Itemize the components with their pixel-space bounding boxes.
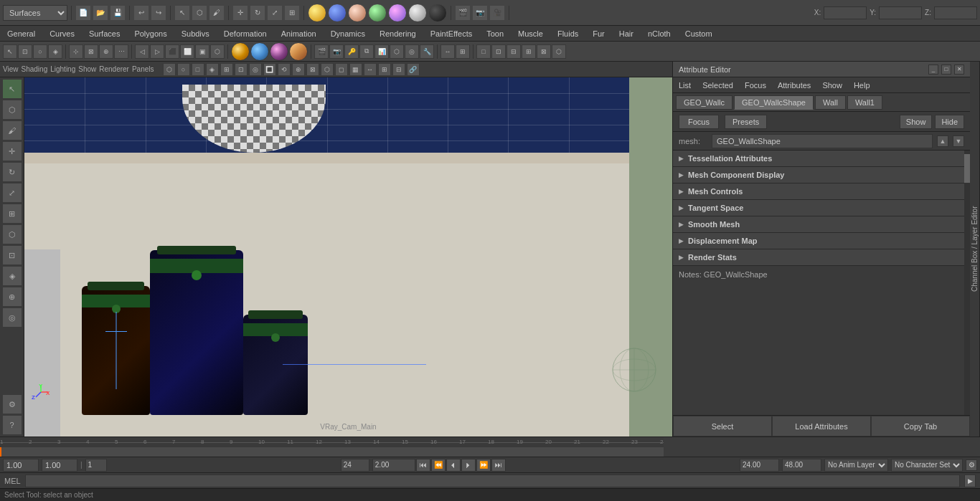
component-icon[interactable]: ◈ — [48, 44, 62, 59]
menu-ncloth[interactable]: nCloth — [641, 26, 678, 42]
vp-icon2[interactable]: ○ — [177, 63, 190, 76]
attr-tab-0[interactable]: GEO_Wallc — [676, 95, 732, 110]
z-input[interactable] — [934, 6, 977, 19]
snap1-icon[interactable]: ⊹ — [69, 44, 83, 59]
y-input[interactable] — [879, 6, 922, 19]
menu-painteffects[interactable]: PaintEffects — [423, 26, 480, 42]
tool7[interactable]: ⊞ — [2, 204, 22, 224]
attr-menu-list[interactable]: List — [673, 80, 697, 91]
frame-start-input[interactable] — [3, 459, 39, 472]
scale-icon[interactable]: ⤢ — [267, 5, 283, 21]
menu-curves[interactable]: Curves — [42, 26, 82, 42]
new-icon[interactable]: 📄 — [75, 5, 91, 21]
attr-menu-selected[interactable]: Selected — [697, 80, 739, 91]
vp-icon18[interactable]: 🔗 — [407, 63, 420, 76]
extra2-icon[interactable]: 📷 — [329, 44, 344, 59]
move-tool[interactable]: ✛ — [2, 141, 22, 161]
redo-icon[interactable]: ↪ — [151, 5, 166, 21]
object-mode-icon[interactable]: ○ — [33, 44, 47, 59]
move-icon[interactable]: ✛ — [232, 5, 248, 21]
tool11[interactable]: ⊕ — [2, 287, 22, 307]
vp-icon10[interactable]: ⊕ — [292, 63, 305, 76]
attr-tab-2[interactable]: Wall — [815, 95, 846, 110]
attr-section-render-stats-header[interactable]: ▶ Render Stats — [673, 249, 970, 265]
vp-icon5[interactable]: ⊞ — [220, 63, 233, 76]
hierarchy-icon[interactable]: ⊡ — [18, 44, 32, 59]
vp-icon15[interactable]: ↔ — [364, 63, 377, 76]
attr-menu-show[interactable]: Show — [816, 80, 848, 91]
view-menu[interactable]: View — [3, 65, 19, 73]
tool9[interactable]: ⊡ — [2, 245, 22, 265]
attr-min-btn[interactable]: _ — [928, 65, 938, 75]
show-button[interactable]: Show — [900, 115, 933, 129]
surfaces-dropdown[interactable]: Surfaces — [3, 5, 67, 21]
attr-scroll-area[interactable]: ▶ Tessellation Attributes ▶ Mesh Compone… — [673, 151, 970, 415]
cam3-icon[interactable]: 🎥 — [489, 5, 505, 21]
vp-icon7[interactable]: ◎ — [249, 63, 262, 76]
load-attributes-button[interactable]: Load Attributes — [772, 416, 871, 436]
menu-general[interactable]: General — [0, 26, 42, 42]
frame-current-input[interactable] — [42, 459, 77, 472]
vp-icon8[interactable]: 🔳 — [263, 63, 276, 76]
view3-icon[interactable]: ⊟ — [507, 44, 521, 59]
menu-subdivs[interactable]: Subdivs — [174, 26, 217, 42]
rotate-icon[interactable]: ↻ — [250, 5, 265, 21]
select-mode-icon[interactable]: ↖ — [3, 44, 17, 59]
attr-section-tangent-header[interactable]: ▶ Tangent Space — [673, 200, 970, 216]
render6-icon[interactable]: ⬡ — [210, 44, 225, 59]
menu-toon[interactable]: Toon — [479, 26, 511, 42]
menu-deformation[interactable]: Deformation — [217, 26, 274, 42]
extra1-icon[interactable]: 🎬 — [314, 44, 329, 59]
menu-polygons[interactable]: Polygons — [127, 26, 174, 42]
attr-section-smooth-header[interactable]: ▶ Smooth Mesh — [673, 216, 970, 232]
tool12[interactable]: ◎ — [2, 307, 22, 328]
sphere5-icon[interactable] — [388, 4, 407, 22]
scroll-track[interactable] — [964, 151, 970, 415]
snap2-icon[interactable]: ⊠ — [84, 44, 98, 59]
show-menu[interactable]: Show — [78, 65, 96, 73]
play-fwd-btn[interactable]: ⏩ — [476, 459, 491, 472]
select-tool[interactable]: ↖ — [2, 79, 22, 99]
layout4-icon[interactable] — [289, 42, 308, 61]
render5-icon[interactable]: ▣ — [195, 44, 209, 59]
menu-hair[interactable]: Hair — [612, 26, 641, 42]
attr-max-btn[interactable]: □ — [941, 65, 951, 75]
renderer-menu[interactable]: Renderer — [99, 65, 129, 73]
extra6-icon[interactable]: ⬡ — [390, 44, 404, 59]
timeline-ruler[interactable]: 1 2 3 4 5 6 7 8 9 10 11 12 13 14 15 16 1… — [0, 437, 664, 457]
vp-icon16[interactable]: ⊞ — [378, 63, 391, 76]
rotate-tool[interactable]: ↻ — [2, 162, 22, 182]
play-back-btn[interactable]: ⏪ — [431, 459, 446, 472]
attr-tab-3[interactable]: Wall1 — [847, 95, 882, 110]
transform-icon[interactable]: ⊞ — [284, 5, 300, 21]
play-end-btn[interactable]: ⏭ — [491, 459, 506, 472]
extra5-icon[interactable]: 📊 — [374, 44, 389, 59]
settings-tool[interactable]: ⚙ — [2, 394, 22, 414]
timeline-track[interactable] — [0, 447, 664, 457]
cam1-icon[interactable]: 🎬 — [455, 5, 471, 21]
presets-button[interactable]: Presets — [725, 115, 767, 129]
view6-icon[interactable]: ⬡ — [552, 44, 566, 59]
render4-icon[interactable]: ⬜ — [180, 44, 194, 59]
hide-button[interactable]: Hide — [935, 115, 964, 129]
extra8-icon[interactable]: 🔧 — [420, 44, 434, 59]
menu-muscle[interactable]: Muscle — [511, 26, 550, 42]
paint-tool[interactable]: 🖌 — [2, 120, 22, 140]
extra3-icon[interactable]: 🔑 — [344, 44, 359, 59]
extra7-icon[interactable]: ◎ — [405, 44, 419, 59]
anim-layer-select[interactable]: No Anim Layer — [824, 459, 888, 472]
step-back-btn[interactable]: ⏴ — [446, 459, 461, 472]
cam2-icon[interactable]: 📷 — [472, 5, 488, 21]
menu-custom[interactable]: Custom — [678, 26, 720, 42]
char-set-options-btn[interactable]: ⚙ — [966, 459, 977, 471]
sphere6-icon[interactable] — [408, 4, 427, 22]
vp-icon17[interactable]: ⊟ — [392, 63, 405, 76]
lighting-menu[interactable]: Lighting — [50, 65, 75, 73]
layout2-icon[interactable] — [250, 42, 269, 61]
mesh-arrow-up[interactable]: ▲ — [937, 135, 948, 147]
menu-fur[interactable]: Fur — [585, 26, 612, 42]
mesh-value-input[interactable] — [712, 134, 933, 148]
extra4-icon[interactable]: ⧉ — [359, 44, 374, 59]
scale-tool[interactable]: ⤢ — [2, 183, 22, 203]
mel-input[interactable] — [25, 474, 960, 487]
